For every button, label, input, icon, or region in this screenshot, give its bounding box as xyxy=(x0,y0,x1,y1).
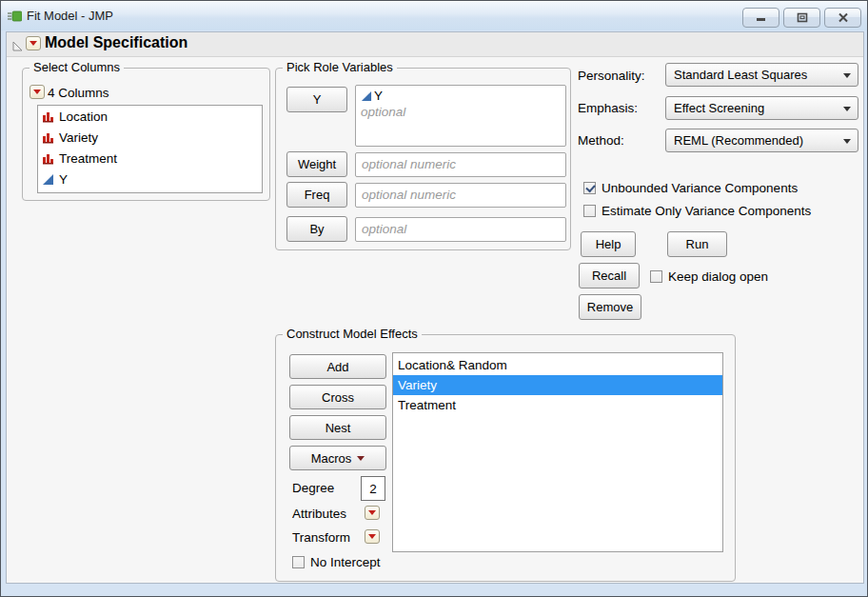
weight-role-field[interactable]: optional numeric xyxy=(355,152,566,177)
maximize-icon xyxy=(797,12,808,23)
chevron-down-icon xyxy=(357,456,365,461)
estimate-only-variance-label: Estimate Only Variance Components xyxy=(602,204,811,218)
degree-label: Degree xyxy=(292,481,334,495)
emphasis-dropdown[interactable]: Effect Screening xyxy=(665,96,858,120)
disclosure-triangle-icon[interactable] xyxy=(11,39,24,56)
effect-item[interactable]: Treatment xyxy=(393,395,722,415)
unbounded-variance-label: Unbounded Variance Components xyxy=(602,181,798,195)
no-intercept-label: No Intercept xyxy=(310,555,381,569)
jmp-app-icon xyxy=(8,10,22,23)
model-effects-listbox[interactable]: Location& Random Variety Treatment xyxy=(392,352,723,552)
personality-dropdown[interactable]: Standard Least Squares xyxy=(665,63,858,87)
help-button[interactable]: Help xyxy=(581,231,636,257)
columns-count-label: 4 Columns xyxy=(48,86,109,100)
attributes-red-triangle-menu[interactable] xyxy=(365,506,380,520)
weight-role-button[interactable]: Weight xyxy=(286,151,347,177)
titlebar[interactable]: Fit Model - JMP xyxy=(1,1,867,30)
nest-button[interactable]: Nest xyxy=(289,415,386,440)
method-value: REML (Recommended) xyxy=(674,133,803,148)
freq-role-field[interactable]: optional numeric xyxy=(355,183,566,208)
model-spec-red-triangle-menu[interactable] xyxy=(26,36,41,50)
minimize-button[interactable] xyxy=(742,8,779,28)
dialog-content: Model Specification Select Columns 4 Col… xyxy=(6,31,864,584)
pick-role-variables-title: Pick Role Variables xyxy=(283,60,397,74)
column-name: Y xyxy=(59,172,68,187)
red-triangle-icon xyxy=(30,41,37,46)
select-columns-title: Select Columns xyxy=(30,60,124,74)
method-label: Method: xyxy=(578,133,624,148)
chevron-down-icon xyxy=(843,73,851,78)
effect-item[interactable]: Location& Random xyxy=(393,355,722,375)
effect-name: Treatment xyxy=(398,398,456,412)
keep-dialog-open-checkbox[interactable] xyxy=(650,270,662,283)
y-role-field[interactable]: Y optional xyxy=(355,85,566,147)
estimate-only-variance-checkbox[interactable] xyxy=(583,205,596,217)
columns-listbox[interactable]: Location Variety Treatment Y xyxy=(37,105,263,193)
y-role-button[interactable]: Y xyxy=(286,87,347,112)
column-name: Variety xyxy=(59,130,98,145)
emphasis-label: Emphasis: xyxy=(578,101,638,115)
page-title: Model Specification xyxy=(45,34,187,51)
continuous-column-icon xyxy=(42,173,54,186)
nominal-column-icon xyxy=(42,131,54,144)
column-name: Treatment xyxy=(59,151,117,166)
close-icon xyxy=(838,12,849,23)
effect-item[interactable]: Variety xyxy=(393,375,722,395)
nominal-column-icon xyxy=(42,110,54,123)
continuous-column-icon xyxy=(361,90,372,102)
column-item-location[interactable]: Location xyxy=(38,106,262,127)
transform-label: Transform xyxy=(292,530,350,545)
red-triangle-icon xyxy=(33,90,41,94)
transform-red-triangle-menu[interactable] xyxy=(365,529,380,544)
fit-model-window: Fit Model - JMP xyxy=(0,0,868,597)
degree-input[interactable]: 2 xyxy=(361,476,385,501)
columns-red-triangle-menu[interactable] xyxy=(30,85,45,99)
chevron-down-icon xyxy=(843,139,851,144)
macros-label: Macros xyxy=(311,451,352,466)
window-controls xyxy=(742,8,861,28)
by-role-button[interactable]: By xyxy=(286,216,347,242)
personality-label: Personality: xyxy=(578,69,645,83)
run-button[interactable]: Run xyxy=(667,231,727,257)
recall-button[interactable]: Recall xyxy=(579,263,640,289)
y-role-value: Y xyxy=(374,89,383,103)
minimize-icon xyxy=(756,13,767,23)
unbounded-variance-checkbox[interactable] xyxy=(583,182,596,194)
chevron-down-icon xyxy=(843,107,851,111)
attributes-label: Attributes xyxy=(292,507,346,521)
red-triangle-icon xyxy=(368,534,376,539)
keep-dialog-open-label: Keep dialog open xyxy=(668,269,768,284)
cross-button[interactable]: Cross xyxy=(289,385,386,409)
construct-model-effects-title: Construct Model Effects xyxy=(283,327,422,341)
model-specification-header: Model Specification xyxy=(7,32,863,57)
close-button[interactable] xyxy=(824,8,861,28)
window-title: Fit Model - JMP xyxy=(27,9,113,23)
method-dropdown[interactable]: REML (Recommended) xyxy=(665,129,858,152)
nominal-column-icon xyxy=(42,152,54,165)
add-button[interactable]: Add xyxy=(289,354,386,379)
by-role-field[interactable]: optional xyxy=(355,217,566,242)
macros-button[interactable]: Macros xyxy=(289,446,386,470)
column-item-y[interactable]: Y xyxy=(38,169,262,189)
freq-role-button[interactable]: Freq xyxy=(286,182,347,208)
no-intercept-checkbox[interactable] xyxy=(292,556,305,568)
personality-value: Standard Least Squares xyxy=(674,68,807,82)
remove-button[interactable]: Remove xyxy=(579,294,641,320)
effect-name: Location& Random xyxy=(398,358,507,372)
column-item-treatment[interactable]: Treatment xyxy=(38,148,262,169)
column-name: Location xyxy=(59,109,108,124)
y-role-placeholder: optional xyxy=(361,105,565,119)
maximize-button[interactable] xyxy=(783,8,820,28)
column-item-variety[interactable]: Variety xyxy=(38,127,262,148)
emphasis-value: Effect Screening xyxy=(674,101,764,115)
red-triangle-icon xyxy=(368,510,376,515)
effect-name: Variety xyxy=(398,378,437,392)
